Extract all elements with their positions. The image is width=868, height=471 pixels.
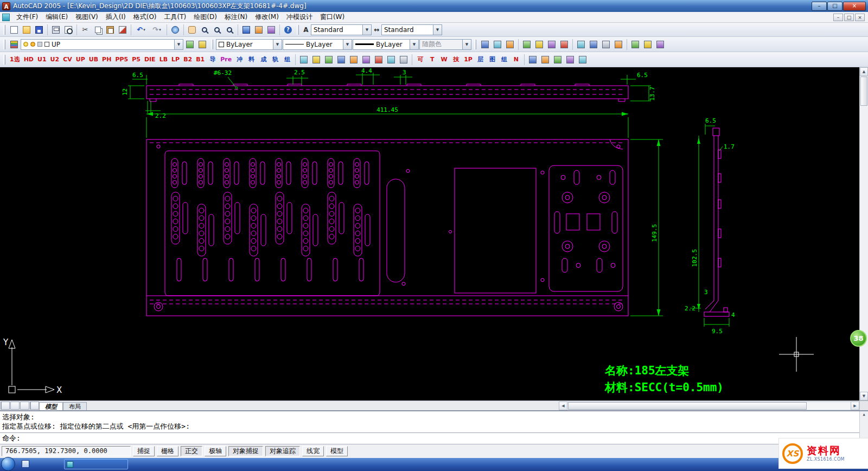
die-tool-button[interactable]: CV (61, 54, 74, 65)
layer-on-icon[interactable] (23, 42, 28, 47)
insert-block-button[interactable] (479, 39, 491, 50)
redo-button[interactable]: ↷▾ (149, 24, 164, 36)
tab-prev-button[interactable] (10, 402, 20, 410)
die-tool-icon-button[interactable] (527, 54, 539, 66)
plot-button[interactable] (50, 24, 62, 36)
plot-preview-button[interactable] (62, 24, 74, 36)
zoom-window-button[interactable] (211, 24, 223, 36)
die-tool-button[interactable]: 组 (499, 54, 510, 65)
die-tool-icon-button[interactable] (385, 54, 397, 66)
die-tool-button[interactable]: B1 (194, 54, 206, 65)
menu-item-format[interactable]: 格式(O) (130, 12, 161, 22)
die-tool-button[interactable]: Pre (219, 54, 233, 65)
die-tool-button[interactable]: 1选 (8, 54, 22, 65)
die-tool-button[interactable]: W (438, 54, 450, 65)
toolbar-grip[interactable] (3, 40, 5, 49)
die-tool-icon-button[interactable] (539, 54, 551, 66)
die-tool-button[interactable]: DIE (143, 54, 157, 65)
menu-item-modify[interactable]: 修改(M) (251, 12, 283, 22)
layer-manager-button[interactable] (8, 39, 20, 50)
document-icon[interactable] (2, 14, 10, 21)
toggle-polar[interactable]: 极轴 (205, 446, 226, 456)
die-tool-icon-button[interactable] (335, 54, 347, 66)
die-tool-button[interactable]: 可 (414, 54, 426, 65)
toggle-osnap[interactable]: 对象捕捉 (228, 446, 263, 456)
die-tool-icon-button[interactable] (552, 54, 564, 66)
named-views-button[interactable] (575, 39, 587, 50)
cut-button[interactable]: ✂ (79, 24, 91, 36)
die-tool-button[interactable]: 组 (282, 54, 293, 65)
die-tool-icon-button[interactable] (564, 54, 576, 66)
chevron-down-icon[interactable]: ▼ (362, 25, 371, 35)
scroll-left-button[interactable]: ◀ (559, 402, 567, 410)
hyperlink-button[interactable] (169, 24, 181, 36)
die-tool-icon-button[interactable] (398, 54, 410, 66)
xref-button[interactable] (504, 39, 516, 50)
chevron-down-icon[interactable]: ▼ (174, 40, 183, 49)
die-tool-button[interactable]: T (426, 54, 438, 65)
die-tool-button[interactable]: UP (74, 54, 87, 65)
tab-layout[interactable]: 布局 (63, 402, 87, 410)
tab-first-button[interactable] (1, 402, 10, 410)
die-tool-icon-button[interactable] (577, 54, 589, 66)
die-tool-button[interactable]: U1 (36, 54, 48, 65)
quick-launch-icon[interactable] (22, 460, 29, 468)
zoom-realtime-button[interactable] (199, 24, 210, 36)
help-button[interactable]: ? (282, 24, 294, 36)
layer-lock-icon[interactable] (37, 42, 42, 47)
new-button[interactable] (8, 24, 20, 36)
die-tool-icon-button[interactable] (360, 54, 372, 66)
die-tool-button[interactable]: 图 (487, 54, 498, 65)
table-button[interactable] (629, 39, 641, 50)
menu-item-file[interactable]: 文件(F) (12, 12, 42, 22)
scroll-right-button[interactable]: ▶ (851, 402, 859, 410)
doc-restore-button[interactable]: □ (844, 14, 854, 21)
tool-palettes-button[interactable] (265, 24, 277, 36)
zoom-previous-button[interactable] (224, 24, 235, 36)
layer-freeze-icon[interactable] (30, 42, 35, 47)
chevron-down-icon[interactable]: ▼ (343, 40, 352, 49)
die-tool-button[interactable]: 层 (475, 54, 486, 65)
lineweight-combo[interactable]: ByLayer ▼ (353, 39, 419, 50)
die-tool-button[interactable]: LP (170, 54, 181, 65)
maximize-button[interactable]: □ (827, 2, 843, 11)
save-button[interactable] (33, 24, 45, 36)
make-object-layer-current-button[interactable] (184, 39, 196, 50)
die-tool-button[interactable]: 轨 (270, 54, 281, 65)
die-tool-button[interactable]: N (510, 54, 522, 65)
horizontal-scroll-track[interactable] (567, 402, 851, 410)
die-tool-button[interactable]: 导 (207, 54, 218, 65)
horizontal-scroll-thumb[interactable] (568, 402, 807, 410)
match-properties-button[interactable] (117, 24, 129, 36)
die-tool-button[interactable]: PH (100, 54, 113, 65)
die-tool-icon-button[interactable] (348, 54, 360, 66)
coordinates-readout[interactable]: 766.7505, 192.7300, 0.0000 (2, 446, 131, 456)
image-button[interactable] (612, 39, 624, 50)
toolbar-grip[interactable] (211, 40, 213, 49)
menu-item-window[interactable]: 窗口(W) (316, 12, 348, 22)
die-tool-button[interactable]: 冲 (234, 54, 245, 65)
color-combo[interactable]: ByLayer ▼ (216, 39, 282, 50)
layer-combo[interactable]: UP ▼ (21, 39, 183, 50)
list-button[interactable] (546, 39, 558, 50)
die-tool-button[interactable]: 成 (258, 54, 269, 65)
undo-button[interactable]: ↶▾ (133, 24, 149, 36)
scroll-down-button[interactable]: ▼ (860, 392, 868, 400)
command-window[interactable]: 选择对象: 指定基点或位移: 指定位移的第二点或 <用第一点作位移>: 命令: … (0, 410, 868, 444)
toolbar-grip[interactable] (3, 55, 5, 65)
ole-object-button[interactable] (492, 39, 503, 50)
open-button[interactable] (21, 24, 33, 36)
die-tool-button[interactable]: 1P (462, 54, 474, 65)
paste-button[interactable] (104, 24, 116, 36)
tab-last-button[interactable] (30, 402, 39, 410)
die-tool-button[interactable]: 技 (450, 54, 462, 65)
distance-button[interactable] (521, 39, 533, 50)
dim-style-combo[interactable]: Standard ▼ (381, 24, 442, 35)
sheet-set-button[interactable] (642, 39, 654, 50)
die-tool-button[interactable]: PP5 (113, 54, 130, 65)
designcenter-button[interactable] (253, 24, 265, 36)
locate-point-button[interactable] (558, 39, 570, 50)
vertical-scroll-thumb[interactable] (860, 77, 867, 106)
copy-button[interactable] (92, 24, 104, 36)
markup-button[interactable] (654, 39, 666, 50)
